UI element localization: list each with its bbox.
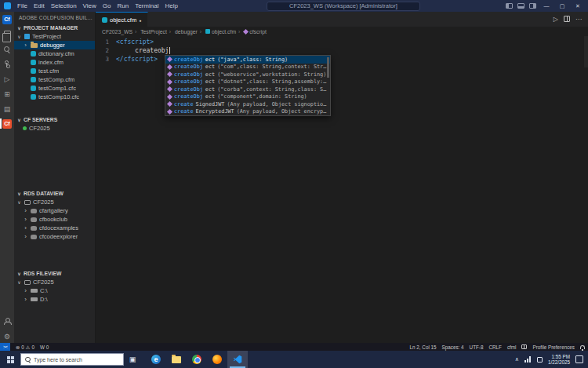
- tab-object-cfm[interactable]: object.cfm: [96, 12, 148, 27]
- suggestion-item[interactable]: createObject("dotnet",class: String,asse…: [165, 78, 330, 86]
- tree-item[interactable]: testComp10.cfc: [14, 93, 95, 101]
- remote-indicator[interactable]: ><: [0, 343, 10, 351]
- breadcrumb-item[interactable]: CF2023_WS: [102, 29, 132, 35]
- toggle-panel-icon[interactable]: [517, 3, 524, 9]
- close-button[interactable]: [572, 3, 583, 9]
- toggle-sidebar-icon[interactable]: [506, 3, 513, 9]
- coldfusion-view-icon[interactable]: Cf: [2, 118, 13, 129]
- notifications-bell-icon[interactable]: [580, 345, 585, 349]
- action-center-icon[interactable]: [575, 355, 583, 363]
- split-editor-icon[interactable]: [564, 16, 570, 24]
- run-debug-icon[interactable]: ▷: [2, 74, 13, 84]
- menubar-item[interactable]: Go: [100, 2, 114, 9]
- suggestion-item[interactable]: createObject("java",class: String): [165, 56, 330, 64]
- suggestion-item[interactable]: createObject("component",domain: String): [165, 93, 330, 101]
- menubar-item[interactable]: Edit: [31, 2, 48, 9]
- suggestion-item[interactable]: createSignedJWT(Any payload, Object sign…: [165, 100, 330, 108]
- task-view-icon[interactable]: ▣: [124, 351, 141, 368]
- modified-dot-icon[interactable]: [139, 16, 141, 24]
- section-project-manager[interactable]: PROJECT MANAGER: [14, 24, 95, 32]
- datasource-item[interactable]: cfbookclub: [14, 215, 95, 224]
- start-button[interactable]: [0, 351, 20, 368]
- tray-expand-icon[interactable]: ∧: [515, 356, 519, 363]
- suggestion-item[interactable]: createEncryptedJWT(Any payload, Object e…: [165, 108, 330, 116]
- menubar-item[interactable]: Help: [162, 2, 180, 9]
- source-control-icon[interactable]: [2, 59, 13, 69]
- search-icon[interactable]: [2, 44, 13, 54]
- warning-icon: ⚠: [26, 344, 31, 350]
- section-rds-fileview[interactable]: RDS FILEVIEW: [14, 269, 95, 278]
- suggestion-item[interactable]: createObject("com",class: String,context…: [165, 64, 330, 71]
- pane-gap: [14, 133, 95, 189]
- run-file-icon[interactable]: ▷: [554, 16, 558, 23]
- tree-item[interactable]: testComp1.cfc: [14, 84, 95, 93]
- taskbar-file-explorer-icon[interactable]: [166, 351, 187, 368]
- datasource-label: cfbookclub: [39, 216, 67, 223]
- breadcrumb-item[interactable]: object.cfm: [198, 29, 236, 35]
- extensions-icon[interactable]: ⊞: [2, 89, 13, 99]
- tree-item[interactable]: dictionary.cfm: [14, 49, 95, 58]
- taskbar-clock[interactable]: 1:55 PM 1/22/2025: [548, 354, 570, 365]
- menubar-item[interactable]: View: [80, 2, 100, 9]
- menubar-item[interactable]: Selection: [48, 2, 80, 9]
- menubar-item[interactable]: File: [14, 2, 31, 9]
- drive-item[interactable]: D:\: [14, 295, 95, 304]
- breadcrumb-item[interactable]: TestProject: [132, 29, 167, 35]
- menubar-item[interactable]: Run: [114, 2, 132, 9]
- tree-item-project[interactable]: TestProject: [14, 32, 95, 41]
- window-title[interactable]: CF2023_WS (Workspace) [Administrator]: [267, 2, 420, 11]
- coldfusion-builder-logo-icon[interactable]: Cf: [2, 14, 13, 24]
- datasource-item[interactable]: cfartgallery: [14, 206, 95, 215]
- breadcrumb-item[interactable]: debugger: [167, 29, 198, 35]
- toggle-secondary-sidebar-icon[interactable]: [529, 3, 536, 9]
- taskbar-vscode-icon[interactable]: [227, 351, 248, 368]
- taskbar-firefox-icon[interactable]: [207, 351, 227, 368]
- section-cf-servers[interactable]: CF SERVERS: [14, 115, 95, 124]
- breadcrumb-separator-icon: [167, 29, 173, 35]
- suggest-scrollbar[interactable]: [327, 57, 329, 78]
- suggestion-item[interactable]: createObject("corba",context: String,cla…: [165, 86, 330, 93]
- volume-icon[interactable]: [537, 357, 543, 363]
- cursor-position[interactable]: Ln 2, Col 15: [410, 344, 437, 350]
- w-badge[interactable]: W 0: [40, 344, 49, 350]
- explorer-icon[interactable]: [2, 29, 13, 39]
- datasource-item[interactable]: cfcodeexplorer: [14, 232, 95, 241]
- taskbar-chrome-icon[interactable]: [187, 351, 207, 368]
- more-actions-icon[interactable]: ⋯: [575, 16, 582, 23]
- breadcrumb-item[interactable]: cfscript: [236, 29, 267, 35]
- chevron-right-icon: [23, 289, 28, 293]
- tree-item[interactable]: debugger: [14, 41, 95, 49]
- network-icon[interactable]: [524, 356, 532, 363]
- tree-item[interactable]: index.cfm: [14, 58, 95, 67]
- vscode-logo-icon: [4, 2, 11, 9]
- settings-gear-icon[interactable]: ⚙: [2, 331, 13, 341]
- eol-sequence[interactable]: CRLF: [488, 344, 501, 350]
- editor-layout-icon[interactable]: [521, 344, 527, 349]
- maximize-button[interactable]: [557, 3, 568, 9]
- suggestion-item[interactable]: createObject("webservice",workstation: S…: [165, 71, 330, 78]
- encoding[interactable]: UTF-8: [470, 344, 484, 350]
- taskbar-edge-icon[interactable]: e: [146, 351, 166, 368]
- problems-status[interactable]: ⊗0 ⚠0: [16, 344, 34, 350]
- datasource-item[interactable]: cfdocexamples: [14, 224, 95, 232]
- indentation[interactable]: Spaces: 4: [442, 344, 464, 350]
- language-mode[interactable]: cfml: [507, 344, 517, 350]
- tree-item[interactable]: test.cfm: [14, 67, 95, 75]
- section-rds-dataview[interactable]: RDS DATAVIEW: [14, 189, 95, 198]
- rds-dataview-root[interactable]: CF2025: [14, 198, 95, 206]
- code-area[interactable]: 1 <cfscript> 2 createobj 3 </cfscript>: [96, 36, 588, 343]
- profile-preferences[interactable]: Profile Preferences: [532, 344, 575, 350]
- chevron-right-icon: [23, 217, 28, 222]
- drive-item[interactable]: C:\: [14, 286, 95, 295]
- suggestion-rest: ect: [205, 86, 215, 93]
- editor-scrollbar[interactable]: [584, 36, 588, 67]
- taskbar-search-input[interactable]: Type here to search: [20, 353, 124, 366]
- cf-file-icon: [31, 51, 36, 56]
- account-icon[interactable]: [2, 316, 13, 326]
- tree-item[interactable]: testComp.cfm: [14, 75, 95, 84]
- database-icon[interactable]: ▤: [2, 104, 13, 114]
- server-item[interactable]: CF2025: [14, 124, 95, 133]
- rds-fileview-root[interactable]: CF2025: [14, 278, 95, 286]
- menubar-item[interactable]: Terminal: [132, 2, 162, 9]
- minimize-button[interactable]: [541, 3, 552, 9]
